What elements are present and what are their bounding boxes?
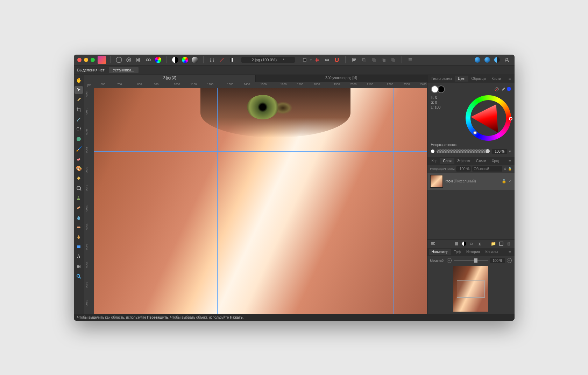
layer-lock-icon[interactable]: 🔒 [502,179,506,183]
fill-tool-icon[interactable] [75,174,83,182]
persona-photo-icon[interactable] [115,56,123,64]
color-adjust-icon[interactable] [181,56,189,64]
minimize-window-icon[interactable] [84,58,88,62]
mask-icon[interactable] [454,241,459,246]
persona-liquify-icon[interactable] [125,56,133,64]
guide-vertical[interactable] [394,88,394,314]
sl-cursor[interactable] [473,131,477,134]
opacity-value-input[interactable]: 100 % [492,149,507,154]
rectangle-tool-icon[interactable] [75,243,83,251]
arrange-1-icon[interactable] [360,56,368,64]
zoom-in-icon[interactable]: + [507,258,512,263]
color-picker-tool-icon[interactable] [75,96,83,104]
layer-blend-icon[interactable] [430,241,436,246]
foreground-swatch[interactable] [431,85,439,93]
layer-item[interactable]: Фон (Пиксельный) 🔒 ✓ [427,173,515,190]
move-tool-icon[interactable] [75,86,83,94]
crop-tool-icon[interactable] [75,106,83,113]
tab-channels[interactable]: Каналы [483,249,501,255]
zoom-tool-icon[interactable] [75,272,83,280]
tab-adjustments[interactable]: Кор [429,158,440,164]
opacity-dropdown-icon[interactable]: ▾ [509,149,511,154]
panel-menu-icon[interactable]: ≡ [506,159,513,163]
assist-3-icon[interactable] [493,56,501,64]
selection-diag-icon[interactable] [218,56,226,64]
tab-color[interactable]: Цвет [455,76,468,82]
canvas[interactable] [94,88,427,314]
grid-toggle-icon[interactable] [313,56,321,64]
ruler-horizontal[interactable]: 600 700 800 900 1000 1100 1200 1300 1400… [94,82,427,88]
selection-marquee-icon[interactable] [208,56,216,64]
snap-toggle-icon[interactable] [323,56,331,64]
persona-export-icon[interactable] [154,56,162,64]
hue-cursor[interactable] [509,117,512,120]
blur-tool-icon[interactable] [75,214,83,221]
eyedropper-icon[interactable] [501,87,505,92]
dropdown-caret-icon[interactable]: ▾ [310,58,312,62]
text-tool-icon[interactable]: A [75,253,83,261]
healing-tool-icon[interactable] [75,204,83,211]
account-icon[interactable] [503,56,511,64]
hand-tool-icon[interactable]: ✋ [75,76,83,84]
magnet-icon[interactable] [333,56,341,64]
panel-menu-icon[interactable]: ≡ [506,77,513,81]
navigator-preview[interactable] [453,266,488,312]
paint-brush-tool-icon[interactable]: 🖌️ [75,145,83,153]
navigator-viewport[interactable] [457,280,485,298]
tab-characters[interactable]: Хрщ [489,158,502,164]
arrange-2-icon[interactable] [369,56,378,64]
guide-vertical[interactable] [217,88,218,314]
maximize-window-icon[interactable] [91,58,95,62]
levels-adjust-icon[interactable] [191,56,199,64]
clone-tool-icon[interactable] [75,194,83,202]
guide-horizontal[interactable] [94,151,427,152]
paint-mixer-tool-icon[interactable]: 🎨 [75,165,83,172]
assist-1-icon[interactable] [473,56,482,64]
zoom-out-icon[interactable]: − [447,258,452,263]
assist-2-icon[interactable] [483,56,491,64]
flood-select-tool-icon[interactable] [75,135,83,143]
color-wheel[interactable] [466,95,511,141]
no-fill-icon[interactable] [494,87,499,92]
doc-tab-2[interactable]: 2-Улучшено.png [И] [256,75,427,82]
layer-visible-icon[interactable]: ✓ [509,179,512,183]
close-window-icon[interactable] [77,58,82,62]
persona-tone-icon[interactable] [144,56,153,64]
zoom-slider[interactable] [454,260,488,261]
fx-icon[interactable]: fx [469,241,475,246]
arrange-4-icon[interactable] [389,56,397,64]
tab-brushes[interactable]: Кисти [489,76,504,82]
gear-icon[interactable]: ⚙ [504,167,506,171]
erase-tool-icon[interactable] [75,155,83,162]
zoom-value-input[interactable]: 100 % [490,258,505,263]
tab-history[interactable]: История [463,249,483,255]
trash-icon[interactable]: 🗑 [506,241,512,246]
tab-transform[interactable]: Трф [451,249,463,255]
brush-tool-icon[interactable] [75,116,83,123]
mesh-tool-icon[interactable] [75,263,83,270]
tab-histogram[interactable]: Гистограмма [429,76,455,82]
adjust-icon[interactable] [461,241,467,246]
ruler-vertical[interactable]: 1600 1700 1800 1900 2000 2100 2200 2300 … [84,88,94,314]
tab-styles[interactable]: Стили [473,158,489,164]
presets-button[interactable]: Установки... [109,67,139,73]
doc-tab-1[interactable]: 2.jpg [И] [84,75,256,82]
add-layer-icon[interactable] [498,241,504,246]
quick-mask-icon[interactable] [227,56,236,64]
panel-menu-icon[interactable]: ≡ [506,250,513,254]
tab-layers[interactable]: Слои [440,158,454,164]
lock-icon[interactable]: 🔒 [508,167,512,171]
tab-navigator[interactable]: Навигатор [429,249,451,255]
folder-icon[interactable]: 📁 [491,241,496,246]
dodge-tool-icon[interactable] [75,184,83,192]
arrange-3-icon[interactable] [379,56,388,64]
tab-swatches[interactable]: Образцы [468,76,489,82]
pen-tool-icon[interactable] [75,233,83,241]
opacity-slider[interactable] [437,150,490,153]
selection-brush-tool-icon[interactable] [75,125,83,133]
tab-effects[interactable]: Эффект [454,158,473,164]
persona-develop-icon[interactable] [134,56,143,64]
layer-opacity-input[interactable]: 100 % [456,166,471,172]
patch-tool-icon[interactable] [75,223,83,231]
align-left-icon[interactable] [350,56,358,64]
